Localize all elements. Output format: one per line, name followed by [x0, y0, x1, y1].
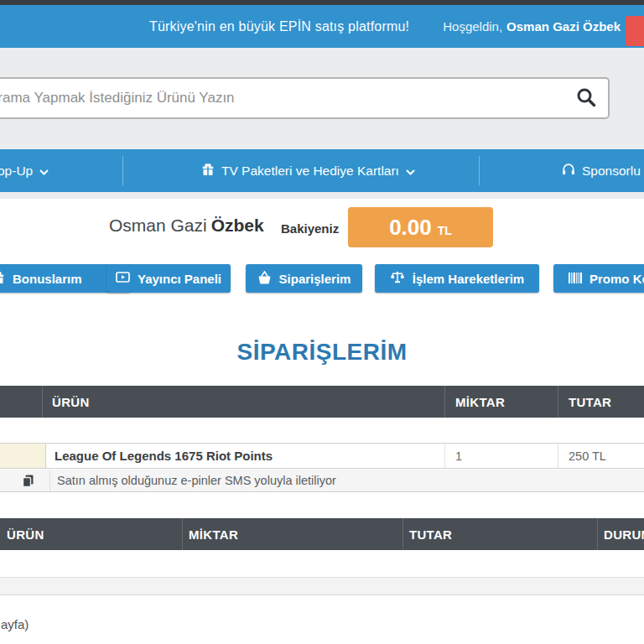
- note-icon-cell: [0, 470, 50, 491]
- welcome-message: Hoşgeldin, Osman Gazi Özbek: [443, 5, 621, 48]
- balance-label: Bakiyeniz: [281, 221, 339, 236]
- column-header-product: ÜRÜN: [7, 518, 44, 550]
- balance-value: 0.00: [389, 215, 432, 241]
- gift-icon: [0, 271, 5, 287]
- history-table-header: ÜRÜN MİKTAR TUTAR DURUM: [0, 518, 644, 550]
- logout-button[interactable]: [626, 16, 644, 46]
- table-row: [0, 578, 644, 595]
- header-divider: [444, 386, 445, 418]
- button-label: Promo Ko: [589, 272, 644, 286]
- copy-icon: [21, 478, 35, 491]
- search-input[interactable]: [0, 90, 608, 106]
- product-total: 250 TL: [569, 444, 606, 468]
- table-note-row: Satın almış olduğunuz e-pinler SMS yoluy…: [0, 470, 644, 492]
- balance-currency: TL: [438, 224, 452, 237]
- scales-icon: [390, 271, 405, 287]
- account-name: Osman GaziÖzbek: [109, 216, 264, 236]
- column-header-quantity: MİKTAR: [189, 518, 238, 550]
- header-divider: [558, 386, 558, 418]
- column-header-product: ÜRÜN: [52, 386, 90, 418]
- column-header-total: TUTAR: [409, 518, 452, 550]
- nav-item-label: op-Up: [0, 164, 33, 179]
- nav-divider: [122, 156, 123, 185]
- column-header-total: TUTAR: [569, 386, 611, 418]
- site-tagline: Türkiye'nin en büyük EPİN satış platform…: [149, 5, 409, 48]
- column-header-quantity: MİKTAR: [455, 386, 505, 418]
- nav-item-topup[interactable]: op-Up: [0, 149, 49, 192]
- nav-item-tv-gift-cards[interactable]: TV Paketleri ve Hediye Kartları: [201, 149, 415, 192]
- basket-icon: [257, 271, 272, 287]
- nav-item-label: TV Paketleri ve Hediye Kartları: [221, 164, 399, 179]
- header-divider: [597, 518, 598, 550]
- search-button[interactable]: [574, 86, 598, 110]
- nav-item-label: Sponsorlu Y: [582, 164, 644, 179]
- header-divider: [42, 386, 43, 418]
- column-header-status: DURUM: [604, 518, 644, 550]
- search-icon: [575, 98, 597, 111]
- row-highlight-cell: [0, 444, 46, 468]
- product-name: League Of Legends 1675 Riot Points: [55, 444, 273, 468]
- account-last-name: Özbek: [211, 216, 264, 235]
- cell-divider: [558, 444, 558, 468]
- page-title: SİPARİŞLERİM: [0, 339, 644, 366]
- orders-button[interactable]: Siparişlerim: [246, 264, 362, 293]
- button-label: Bonuslarım: [13, 272, 82, 286]
- gift-icon: [201, 163, 215, 179]
- copy-button[interactable]: [20, 474, 35, 489]
- nav-item-sponsored[interactable]: Sponsorlu Y: [562, 149, 644, 192]
- delivery-note: Satın almış olduğunuz e-pinler SMS yoluy…: [57, 470, 336, 491]
- barcode-icon: [569, 272, 582, 286]
- account-first-name: Osman Gazi: [109, 216, 207, 235]
- button-label: İşlem Hareketlerim: [413, 272, 524, 286]
- promo-codes-button[interactable]: Promo Ko: [553, 264, 644, 293]
- headphones-icon: [562, 163, 575, 179]
- page: Türkiye'nin en büyük EPİN satış platform…: [0, 0, 644, 644]
- header-divider: [182, 518, 183, 550]
- orders-table-header: ÜRÜN MİKTAR TUTAR: [0, 386, 644, 418]
- username: Osman Gazi Özbek: [506, 19, 621, 34]
- chevron-down-icon: [39, 164, 49, 179]
- pagination-text: ayfa): [1, 617, 29, 631]
- main-nav: op-Up TV Paketleri ve Hediye Kartları Sp…: [0, 149, 644, 192]
- chevron-down-icon: [406, 164, 415, 179]
- table-row: League Of Legends 1675 Riot Points 1 250…: [0, 443, 644, 469]
- table-row: [0, 550, 644, 578]
- cell-divider: [444, 444, 445, 468]
- header-divider: [402, 518, 403, 550]
- balance-button[interactable]: 0.00 TL: [348, 207, 493, 247]
- search-box: [0, 77, 610, 119]
- product-quantity: 1: [455, 444, 462, 468]
- nav-divider: [479, 156, 480, 185]
- transactions-button[interactable]: İşlem Hareketlerim: [375, 264, 539, 293]
- welcome-prefix: Hoşgeldin,: [443, 19, 502, 34]
- top-bar: Türkiye'nin en büyük EPİN satış platform…: [0, 5, 644, 48]
- broadcaster-panel-button[interactable]: Yayıncı Paneli: [106, 264, 231, 293]
- video-icon: [116, 271, 130, 286]
- button-label: Yayıncı Paneli: [138, 272, 221, 286]
- button-label: Siparişlerim: [279, 272, 351, 286]
